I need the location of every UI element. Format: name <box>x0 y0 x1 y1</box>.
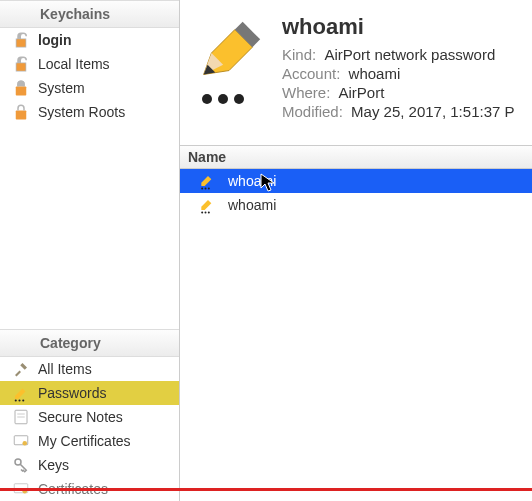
keychains-list: login Local Items System System Roots <box>0 28 179 329</box>
password-list: whoami whoami <box>180 169 532 501</box>
list-column-name[interactable]: Name <box>180 146 532 169</box>
dots-icon <box>202 94 244 104</box>
category-header: Category <box>0 329 179 357</box>
keychain-local[interactable]: Local Items <box>0 52 179 76</box>
svg-point-22 <box>201 212 203 214</box>
svg-rect-1 <box>17 63 26 71</box>
modified-label: Modified: <box>282 103 343 120</box>
detail-info: whoami Kind: AirPort network password Ac… <box>282 14 515 135</box>
note-icon <box>12 408 30 426</box>
detail-pencil-icon <box>190 14 268 104</box>
lock-open-icon <box>12 55 30 73</box>
pencil-dots-icon <box>12 384 30 402</box>
keychain-label: login <box>38 32 171 48</box>
svg-point-19 <box>201 188 203 190</box>
svg-point-23 <box>205 212 207 214</box>
svg-point-6 <box>22 399 24 401</box>
lock-closed-icon <box>12 103 30 121</box>
where-label: Where: <box>282 84 330 101</box>
list-row[interactable]: whoami <box>180 193 532 217</box>
category-passwords[interactable]: Passwords <box>0 381 179 405</box>
list-row-name: whoami <box>228 197 276 213</box>
svg-point-24 <box>208 212 210 214</box>
content-area: whoami Kind: AirPort network password Ac… <box>180 0 532 501</box>
category-all-items[interactable]: All Items <box>0 357 179 381</box>
svg-rect-3 <box>16 111 27 120</box>
svg-point-11 <box>23 441 28 446</box>
keychain-label: System <box>38 80 171 96</box>
modified-value: May 25, 2017, 1:51:37 P <box>351 103 514 120</box>
red-underline <box>0 488 532 491</box>
sidebar: Keychains login Local Items System <box>0 0 180 501</box>
pencil-dots-icon <box>198 195 218 215</box>
category-secure-notes[interactable]: Secure Notes <box>0 405 179 429</box>
kind-label: Kind: <box>282 46 316 63</box>
keychain-system[interactable]: System <box>0 76 179 100</box>
lock-closed-icon <box>12 79 30 97</box>
svg-point-20 <box>205 188 207 190</box>
keychains-header: Keychains <box>0 0 179 28</box>
svg-point-12 <box>15 459 21 465</box>
account-value: whoami <box>349 65 401 82</box>
category-my-certificates[interactable]: My Certificates <box>0 429 179 453</box>
kind-value: AirPort network password <box>324 46 495 63</box>
detail-pane: whoami Kind: AirPort network password Ac… <box>180 0 532 146</box>
tools-icon <box>12 360 30 378</box>
keychain-system-roots[interactable]: System Roots <box>0 100 179 124</box>
list-row-name: whoami <box>228 173 276 189</box>
svg-rect-2 <box>16 87 27 96</box>
category-label: Passwords <box>38 385 171 401</box>
keychain-login[interactable]: login <box>0 28 179 52</box>
certificate-icon <box>12 432 30 450</box>
key-icon <box>12 456 30 474</box>
keychain-label: Local Items <box>38 56 171 72</box>
category-label: My Certificates <box>38 433 171 449</box>
where-value: AirPort <box>339 84 385 101</box>
list-row[interactable]: whoami <box>180 169 532 193</box>
category-keys[interactable]: Keys <box>0 453 179 477</box>
pencil-dots-icon <box>198 171 218 191</box>
svg-point-5 <box>18 399 20 401</box>
category-label: Secure Notes <box>38 409 171 425</box>
detail-title: whoami <box>282 14 515 40</box>
lock-open-icon <box>12 31 30 49</box>
account-label: Account: <box>282 65 340 82</box>
category-label: Keys <box>38 457 171 473</box>
keychain-label: System Roots <box>38 104 171 120</box>
category-list: All Items Passwords Secure Notes My Cert… <box>0 357 179 501</box>
category-label: All Items <box>38 361 171 377</box>
svg-point-21 <box>208 188 210 190</box>
svg-rect-0 <box>17 39 26 47</box>
svg-point-4 <box>15 399 17 401</box>
